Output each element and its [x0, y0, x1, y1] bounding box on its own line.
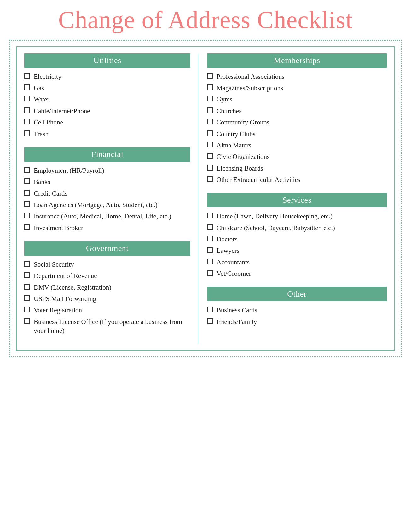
list-item[interactable]: Doctors — [207, 235, 387, 244]
checkbox[interactable] — [24, 307, 30, 312]
checkbox[interactable] — [24, 318, 30, 324]
list-item[interactable]: Business Cards — [207, 306, 387, 315]
right-column: Memberships Professional Associations Ma… — [198, 53, 387, 344]
list-item[interactable]: Gyms — [207, 95, 387, 104]
list-item[interactable]: Country Clubs — [207, 130, 387, 138]
list-item[interactable]: Water — [24, 95, 190, 104]
item-text: Accountants — [217, 258, 387, 267]
list-item[interactable]: Licensing Boards — [207, 164, 387, 173]
list-item[interactable]: Lawyers — [207, 246, 387, 255]
checklist-utilities: Electricity Gas Water Cable/Internet/Pho… — [24, 72, 190, 138]
list-item[interactable]: Social Security — [24, 260, 190, 269]
list-item[interactable]: Alma Maters — [207, 141, 387, 150]
list-item[interactable]: USPS Mail Forwarding — [24, 294, 190, 303]
checkbox[interactable] — [207, 130, 213, 136]
checkbox[interactable] — [207, 73, 213, 79]
checkbox[interactable] — [24, 107, 30, 113]
checkbox[interactable] — [207, 153, 213, 159]
item-text: Electricity — [34, 72, 190, 81]
checkbox[interactable] — [207, 247, 213, 253]
list-item[interactable]: Gas — [24, 84, 190, 92]
checkbox[interactable] — [207, 270, 213, 276]
list-item[interactable]: Investment Broker — [24, 223, 190, 232]
checkbox[interactable] — [207, 318, 213, 324]
list-item[interactable]: Electricity — [24, 72, 190, 81]
list-item[interactable]: Friends/Family — [207, 317, 387, 326]
checkbox[interactable] — [207, 96, 213, 101]
checkbox[interactable] — [207, 259, 213, 264]
item-text: Department of Revenue — [34, 271, 190, 280]
list-item[interactable]: Insurance (Auto, Medical, Home, Dental, … — [24, 212, 190, 221]
checkbox[interactable] — [24, 284, 30, 290]
item-text: Churches — [217, 107, 387, 115]
checkbox[interactable] — [24, 84, 30, 90]
list-item[interactable]: Credit Cards — [24, 189, 190, 198]
list-item[interactable]: Professional Associations — [207, 72, 387, 81]
list-item[interactable]: Magazines/Subscriptions — [207, 84, 387, 92]
section-government: Government Social Security Department of… — [24, 241, 190, 335]
list-item[interactable]: Other Extracurricular Activities — [207, 175, 387, 184]
item-text: Employment (HR/Payroll) — [34, 166, 190, 175]
item-text: Other Extracurricular Activities — [217, 175, 387, 184]
list-item[interactable]: Trash — [24, 130, 190, 138]
checklist-columns: Utilities Electricity Gas Water Cable/In… — [24, 53, 387, 344]
list-item[interactable]: DMV (License, Registration) — [24, 283, 190, 292]
checkbox[interactable] — [207, 307, 213, 312]
item-text: Trash — [34, 130, 190, 138]
item-text: Banks — [34, 177, 190, 186]
checkbox[interactable] — [207, 224, 213, 230]
list-item[interactable]: Childcare (School, Daycare, Babysitter, … — [207, 223, 387, 232]
list-item[interactable]: Vet/Groomer — [207, 269, 387, 278]
list-item[interactable]: Business License Office (If you operate … — [24, 317, 190, 335]
checkbox[interactable] — [24, 96, 30, 101]
checkbox[interactable] — [207, 119, 213, 124]
checklist-government: Social Security Department of Revenue DM… — [24, 260, 190, 335]
checkbox[interactable] — [24, 178, 30, 184]
checkbox[interactable] — [24, 73, 30, 79]
list-item[interactable]: Accountants — [207, 258, 387, 267]
list-item[interactable]: Civic Organizations — [207, 152, 387, 161]
section-memberships: Memberships Professional Associations Ma… — [207, 53, 387, 184]
checkbox[interactable] — [24, 272, 30, 278]
section-utilities: Utilities Electricity Gas Water Cable/In… — [24, 53, 190, 138]
item-text: Gyms — [217, 95, 387, 104]
list-item[interactable]: Employment (HR/Payroll) — [24, 166, 190, 175]
list-item[interactable]: Home (Lawn, Delivery Housekeeping, etc.) — [207, 212, 387, 221]
checkbox[interactable] — [24, 261, 30, 267]
checkbox[interactable] — [207, 213, 213, 218]
checkbox[interactable] — [24, 295, 30, 301]
checklist-memberships: Professional Associations Magazines/Subs… — [207, 72, 387, 184]
list-item[interactable]: Loan Agencies (Mortgage, Auto, Student, … — [24, 200, 190, 209]
checkbox[interactable] — [207, 236, 213, 241]
section-other: Other Business Cards Friends/Family — [207, 287, 387, 326]
checkbox[interactable] — [24, 167, 30, 173]
checkbox[interactable] — [207, 176, 213, 182]
section-financial: Financial Employment (HR/Payroll) Banks … — [24, 147, 190, 232]
checkbox[interactable] — [24, 119, 30, 124]
list-item[interactable]: Banks — [24, 177, 190, 186]
item-text: Cable/Internet/Phone — [34, 107, 190, 115]
item-text: Investment Broker — [34, 223, 190, 232]
checkbox[interactable] — [207, 107, 213, 113]
list-item[interactable]: Voter Registration — [24, 306, 190, 315]
list-item[interactable]: Churches — [207, 107, 387, 115]
checkbox[interactable] — [24, 201, 30, 207]
list-item[interactable]: Cable/Internet/Phone — [24, 107, 190, 115]
item-text: Alma Maters — [217, 141, 387, 150]
item-text: Home (Lawn, Delivery Housekeeping, etc.) — [217, 212, 387, 221]
checkbox[interactable] — [24, 130, 30, 136]
section-header-financial: Financial — [24, 147, 190, 162]
checkbox[interactable] — [24, 213, 30, 218]
checkbox[interactable] — [24, 224, 30, 230]
list-item[interactable]: Community Groups — [207, 118, 387, 127]
checkbox[interactable] — [24, 190, 30, 196]
section-header-other: Other — [207, 287, 387, 301]
checkbox[interactable] — [207, 84, 213, 90]
checklist-other: Business Cards Friends/Family — [207, 306, 387, 326]
list-item[interactable]: Cell Phone — [24, 118, 190, 127]
page-title: Change of Address Checklist — [58, 6, 353, 33]
list-item[interactable]: Department of Revenue — [24, 271, 190, 280]
inner-border: Utilities Electricity Gas Water Cable/In… — [16, 46, 395, 351]
checkbox[interactable] — [207, 165, 213, 171]
checkbox[interactable] — [207, 142, 213, 147]
